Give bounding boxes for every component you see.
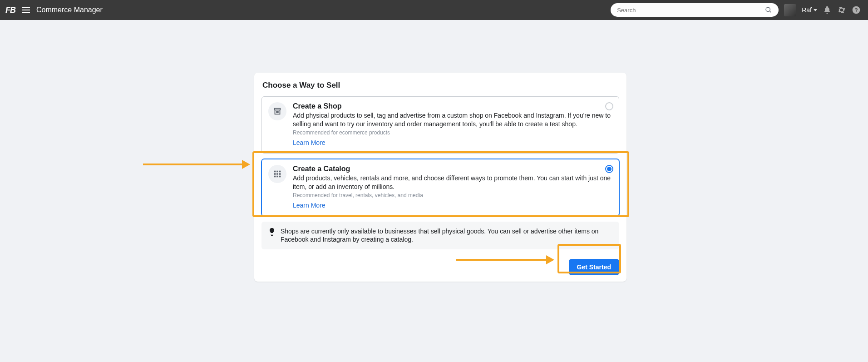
settings-icon[interactable] xyxy=(837,5,846,15)
user-name-label: Raf xyxy=(802,6,812,14)
info-box: Shops are currently only available to bu… xyxy=(261,222,619,250)
topbar-right: Raf ? xyxy=(611,3,861,17)
option-recommended: Recommended for travel, rentals, vehicle… xyxy=(293,192,612,198)
search-icon xyxy=(765,6,772,14)
topbar: FB Commerce Manager Raf ? xyxy=(0,0,868,20)
option-create-shop[interactable]: Create a Shop Add physical products to s… xyxy=(261,96,619,154)
info-text: Shops are currently only available to bu… xyxy=(281,227,612,244)
option-description: Add physical products to sell, tag and a… xyxy=(293,111,612,129)
option-title: Create a Catalog xyxy=(293,165,612,173)
card-title: Choose a Way to Sell xyxy=(261,81,619,90)
notifications-icon[interactable] xyxy=(823,5,832,15)
fb-logo[interactable]: FB xyxy=(5,5,15,15)
radio-shop[interactable] xyxy=(605,102,613,110)
option-description: Add products, vehicles, rentals and more… xyxy=(293,174,612,191)
user-menu[interactable]: Raf xyxy=(802,6,817,14)
search-input[interactable] xyxy=(617,7,765,14)
avatar[interactable] xyxy=(784,4,796,16)
learn-more-link[interactable]: Learn More xyxy=(293,202,326,209)
option-title: Create a Shop xyxy=(293,102,612,110)
topbar-left: FB Commerce Manager xyxy=(5,5,103,15)
caret-down-icon xyxy=(814,9,817,11)
svg-text:?: ? xyxy=(854,7,858,13)
svg-line-1 xyxy=(769,11,771,12)
hamburger-menu-icon[interactable] xyxy=(22,7,30,13)
shop-icon xyxy=(268,102,286,120)
option-create-catalog[interactable]: Create a Catalog Add products, vehicles,… xyxy=(261,159,619,216)
get-started-button[interactable]: Get Started xyxy=(569,259,619,275)
radio-catalog[interactable] xyxy=(605,165,613,173)
catalog-icon xyxy=(268,165,286,183)
search-box[interactable] xyxy=(611,3,779,17)
option-recommended: Recommended for ecommerce products xyxy=(293,129,612,136)
app-title: Commerce Manager xyxy=(36,6,103,14)
svg-point-0 xyxy=(766,7,770,11)
learn-more-link[interactable]: Learn More xyxy=(293,139,326,146)
lightbulb-icon xyxy=(269,228,275,236)
help-icon[interactable]: ? xyxy=(852,5,861,15)
choose-way-card: Choose a Way to Sell Create a Shop Add p… xyxy=(254,73,626,282)
annotation-arrow-catalog xyxy=(143,160,252,169)
